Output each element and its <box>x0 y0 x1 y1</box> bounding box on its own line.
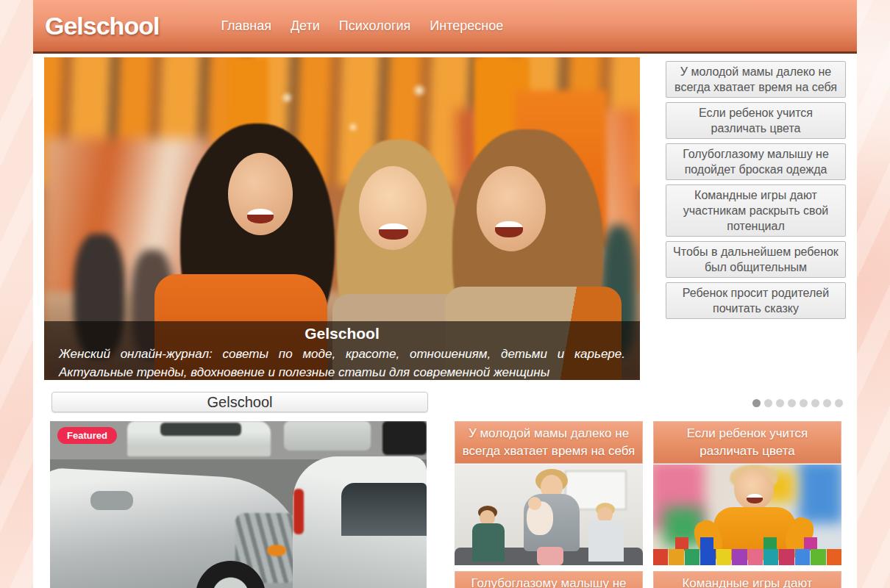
featured-photo-placeholder: Featured <box>50 421 427 588</box>
art-shape <box>495 221 523 237</box>
card-title: Если ребенок учится различать цвета <box>653 421 841 464</box>
article-card-mom-time[interactable]: У молодой мамы далеко не всегда хватает … <box>455 421 643 565</box>
art-shape <box>588 520 624 562</box>
art-shape <box>734 469 774 510</box>
art-shape <box>811 549 825 565</box>
art-shape <box>685 549 699 565</box>
sidebar-item-fairytale[interactable]: Ребенок просит родителей почитать сказку <box>666 282 846 319</box>
bottom-row: Featured У молодой мамы далеко не всегда… <box>44 421 846 588</box>
pagination-dot[interactable] <box>835 399 843 407</box>
nav-item-children[interactable]: Дети <box>291 18 320 34</box>
art-shape <box>827 549 841 565</box>
hero-banner: Gelschool Женский онлайн-журнал: советы … <box>44 57 640 380</box>
art-shape <box>747 494 763 503</box>
sidebar-item-colors[interactable]: Если ребенок учится различать цвета <box>666 102 846 139</box>
art-shape <box>748 549 763 565</box>
main-nav: Главная Дети Психология Интересное <box>221 18 503 34</box>
article-card-team-games[interactable]: Командные игры дают участникам раскрыть … <box>653 571 841 588</box>
pagination-dot[interactable] <box>811 399 819 407</box>
site-header: Gelschool Главная Дети Психология Интере… <box>33 0 857 54</box>
art-shape <box>267 545 286 556</box>
art-shape <box>247 209 274 223</box>
art-shape <box>763 549 778 565</box>
art-shape <box>779 549 794 565</box>
art-shape <box>528 497 541 510</box>
art-shape <box>90 491 133 510</box>
sidebar-item-clothes[interactable]: Голубоглазому малышу не подойдет броская… <box>666 143 846 180</box>
art-shape <box>669 549 683 565</box>
art-shape <box>732 549 747 565</box>
hero-description: Женский онлайн-журнал: советы по моде, к… <box>59 345 625 380</box>
section-row: Gelschool <box>44 392 846 414</box>
article-cards: У молодой мамы далеко не всегда хватает … <box>455 421 841 588</box>
pagination-dot[interactable] <box>776 399 784 407</box>
section-title: Gelschool <box>51 392 428 412</box>
card-title: Командные игры дают участникам раскрыть … <box>653 571 841 588</box>
nav-item-psychology[interactable]: Психология <box>339 18 411 34</box>
sidebar-item-sociable[interactable]: Чтобы в дальнейшем ребенок был общительн… <box>666 241 846 278</box>
art-shape <box>537 547 563 565</box>
art-shape <box>284 421 371 451</box>
art-shape <box>653 549 841 565</box>
art-shape <box>795 549 810 565</box>
top-row: Gelschool Женский онлайн-журнал: советы … <box>44 57 846 380</box>
art-shape <box>716 549 731 565</box>
nav-item-home[interactable]: Главная <box>221 18 271 34</box>
sidebar: У молодой мамы далеко не всегда хватает … <box>666 61 846 380</box>
card-title: Голубоглазому малышу не подойдет броская… <box>455 571 643 588</box>
art-shape <box>379 223 408 240</box>
pagination-dots <box>752 399 843 407</box>
pagination-dot[interactable] <box>752 399 761 407</box>
pagination-dot[interactable] <box>823 399 831 407</box>
page: Gelschool Главная Дети Психология Интере… <box>33 0 857 588</box>
art-shape <box>472 523 505 562</box>
site-logo[interactable]: Gelschool <box>45 12 159 40</box>
sidebar-item-team-games[interactable]: Командные игры дают участникам раскрыть … <box>666 184 846 237</box>
art-shape <box>160 423 241 436</box>
article-card-clothes[interactable]: Голубоглазому малышу не подойдет броская… <box>455 571 643 588</box>
card-title: У молодой мамы далеко не всегда хватает … <box>455 421 643 464</box>
art-shape <box>477 166 546 251</box>
art-shape <box>293 489 304 534</box>
sidebar-item-mom-time[interactable]: У молодой мамы далеко не всегда хватает … <box>666 61 846 98</box>
featured-badge: Featured <box>57 427 117 444</box>
featured-article[interactable]: Featured <box>50 421 427 588</box>
hero-title: Gelschool <box>59 325 625 343</box>
pagination-dot[interactable] <box>764 399 772 407</box>
card-photo-blocks <box>653 465 841 565</box>
art-shape <box>382 421 427 455</box>
nav-item-interesting[interactable]: Интересное <box>430 18 503 34</box>
art-shape <box>653 549 668 565</box>
main-content: Gelschool Женский онлайн-журнал: советы … <box>33 54 857 588</box>
art-shape <box>341 483 427 536</box>
pagination-dot[interactable] <box>800 399 808 407</box>
hero-caption: Gelschool Женский онлайн-журнал: советы … <box>44 321 640 380</box>
art-shape <box>700 549 715 565</box>
pagination-dot[interactable] <box>788 399 796 407</box>
article-card-colors[interactable]: Если ребенок учится различать цвета <box>653 421 841 565</box>
card-photo-mom <box>455 465 643 565</box>
art-shape <box>799 465 841 523</box>
